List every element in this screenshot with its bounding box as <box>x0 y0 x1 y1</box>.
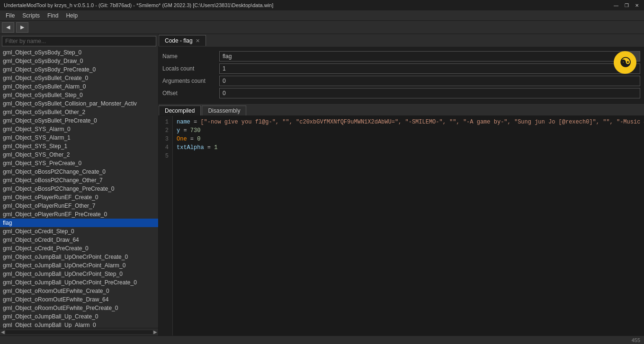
list-item[interactable]: gml_Object_oSysBody_PreCreate_0 <box>0 65 158 74</box>
scroll-right-btn[interactable]: ▶ <box>153 329 157 335</box>
prop-args-input[interactable] <box>219 76 640 86</box>
toolbar: ◀ ▶ <box>0 21 644 34</box>
line-number: 1 <box>162 118 169 126</box>
list-item[interactable]: gml_Object_oBossPt2Change_PreCreate_0 <box>0 185 158 193</box>
line-number: 5 <box>162 152 169 160</box>
list-item[interactable]: gml_Object_oSysBullet_Create_0 <box>0 74 158 82</box>
prop-offset-label: Offset <box>162 90 219 97</box>
right-panel: Code - flag ✕ Name ... Locals count Argu… <box>159 34 644 335</box>
menu-find[interactable]: Find <box>44 11 62 20</box>
close-button[interactable]: ✕ <box>634 2 640 9</box>
prop-name-input[interactable] <box>219 51 627 62</box>
filter-input[interactable] <box>2 36 156 46</box>
code-text: name = ["-now give you fl@g-", "", "c20x… <box>173 116 644 335</box>
code-token: 0 <box>197 136 200 142</box>
menu-bar: File Scripts Find Help <box>0 10 644 21</box>
prop-offset-row: Offset <box>162 88 640 98</box>
prop-args-label: Arguments count <box>162 78 219 84</box>
main-layout: gml_Object_oSysBody_Step_0gml_Object_oSy… <box>0 34 644 335</box>
logo-symbol: ☯ <box>619 55 631 71</box>
prop-name-label: Name <box>162 53 219 60</box>
tab-code-flag[interactable]: Code - flag ✕ <box>159 35 206 46</box>
code-line: y = 730 <box>177 126 644 135</box>
code-line: One = 0 <box>177 135 644 143</box>
status-bar: 455 <box>0 335 644 344</box>
list-item[interactable]: gml_Object_oSysBullet_Collision_par_Mons… <box>0 99 158 108</box>
list-item[interactable]: gml_Object_oBossPt2Change_Other_7 <box>0 176 158 185</box>
list-item[interactable]: gml_Object_oJumpBall_Up_Create_0 <box>0 312 158 321</box>
code-token: 1 <box>214 144 217 151</box>
prop-name-value-container: ... <box>219 51 640 62</box>
line-number: 4 <box>162 143 169 152</box>
list-item[interactable]: gml_Object_oJumpBall_UpOneCrPoint_PreCre… <box>0 278 158 287</box>
code-tab-disassembly[interactable]: Disassembly <box>202 106 246 115</box>
list-item[interactable]: gml_Object_SYS_PreCreate_0 <box>0 159 158 168</box>
list-item[interactable]: gml_Object_oJumpBall_Up_Alarm_0 <box>0 321 158 328</box>
tab-bar: Code - flag ✕ <box>159 34 644 47</box>
tab-close-btn[interactable]: ✕ <box>196 38 200 44</box>
list-item[interactable]: gml_Object_SYS_Other_2 <box>0 150 158 159</box>
menu-help[interactable]: Help <box>62 11 81 20</box>
list-item[interactable]: gml_Object_oSysBody_Step_0 <box>0 48 158 57</box>
title-bar-controls: — ❐ ✕ <box>613 2 640 9</box>
scroll-left-btn[interactable]: ◀ <box>1 329 5 335</box>
list-item[interactable]: gml_Object_oSysBullet_Other_2 <box>0 108 158 116</box>
list-item[interactable]: gml_Object_oSysBullet_PreCreate_0 <box>0 116 158 125</box>
left-panel: gml_Object_oSysBody_Step_0gml_Object_oSy… <box>0 34 159 335</box>
list-item[interactable]: gml_Object_oPlayerRunEF_Create_0 <box>0 193 158 202</box>
prop-locals-row: Locals count <box>162 63 640 74</box>
code-tab-decompiled[interactable]: Decompiled <box>159 106 201 115</box>
list-item[interactable]: gml_Object_oCredit_Draw_64 <box>0 236 158 244</box>
menu-scripts[interactable]: Scripts <box>18 11 44 20</box>
list-item[interactable]: gml_Object_oJumpBall_UpOneCrPoint_Create… <box>0 253 158 261</box>
title-bar-text: UndertaleModTool by krzys_h v:0.5.1.0 - … <box>4 2 273 8</box>
undertale-logo: ☯ <box>614 51 636 74</box>
menu-file[interactable]: File <box>2 11 18 20</box>
list-item[interactable]: gml_Object_oRoomOutEFwhite_Draw_64 <box>0 295 158 304</box>
prop-offset-input[interactable] <box>219 88 640 98</box>
title-bar: UndertaleModTool by krzys_h v:0.5.1.0 - … <box>0 0 644 10</box>
list-item[interactable]: gml_Object_oJumpBall_UpOneCrPoint_Step_0 <box>0 270 158 278</box>
list-item[interactable]: gml_Object_SYS_Alarm_0 <box>0 125 158 133</box>
list-item[interactable]: gml_Object_oBossPt2Change_Create_0 <box>0 168 158 176</box>
list-item[interactable]: gml_Object_SYS_Step_1 <box>0 142 158 150</box>
line-number: 2 <box>162 126 169 135</box>
code-tabs: Decompiled Disassembly <box>159 105 644 116</box>
status-count: 455 <box>632 337 640 343</box>
code-line: txtAlpha = 1 <box>177 143 644 152</box>
list-item[interactable]: gml_Object_oCredit_PreCreate_0 <box>0 244 158 253</box>
forward-button[interactable]: ▶ <box>16 22 28 33</box>
code-line: name = ["-now give you fl@g-", "", "c20x… <box>177 118 644 126</box>
line-numbers: 12345 <box>159 116 173 335</box>
minimize-button[interactable]: — <box>613 2 619 9</box>
list-item[interactable]: gml_Object_oRoomOutEFwhite_PreCreate_0 <box>0 304 158 312</box>
code-token: 730 <box>190 127 201 134</box>
list-item[interactable]: gml_Object_oSysBullet_Step_0 <box>0 91 158 99</box>
list-item[interactable]: gml_Object_oSysBody_Draw_0 <box>0 57 158 65</box>
list-item[interactable]: gml_Object_SYS_Alarm_1 <box>0 133 158 142</box>
code-token: name <box>177 119 190 125</box>
line-number: 3 <box>162 135 169 143</box>
code-token: txtAlpha <box>177 144 204 151</box>
prop-locals-input[interactable] <box>219 63 640 74</box>
list-item[interactable]: gml_Object_oJumpBall_UpOneCrPoint_Alarm_… <box>0 261 158 270</box>
code-area[interactable]: 12345 name = ["-now give you fl@g-", "",… <box>159 116 644 335</box>
list-item[interactable]: flag <box>0 219 158 227</box>
prop-name-row: Name ... <box>162 51 640 62</box>
code-token: One <box>177 136 187 142</box>
maximize-button[interactable]: ❐ <box>623 2 630 9</box>
prop-locals-label: Locals count <box>162 65 219 72</box>
list-item[interactable]: gml_Object_oCredit_Step_0 <box>0 227 158 236</box>
properties-panel: Name ... Locals count Arguments count Of… <box>159 47 644 105</box>
back-button[interactable]: ◀ <box>2 22 14 33</box>
prop-args-row: Arguments count <box>162 76 640 86</box>
list-item[interactable]: gml_Object_oPlayerRunEF_PreCreate_0 <box>0 210 158 219</box>
left-list[interactable]: gml_Object_oSysBody_Step_0gml_Object_oSy… <box>0 48 158 328</box>
list-item[interactable]: gml_Object_oPlayerRunEF_Other_7 <box>0 202 158 210</box>
h-scrollbar-track[interactable] <box>6 330 152 334</box>
list-item[interactable]: gml_Object_oSysBullet_Alarm_0 <box>0 82 158 91</box>
horizontal-scroll-bar: ◀ ▶ <box>0 328 158 335</box>
list-item[interactable]: gml_Object_oRoomOutEFwhite_Create_0 <box>0 287 158 295</box>
tab-label: Code - flag <box>165 37 193 44</box>
code-content: 12345 name = ["-now give you fl@g-", "",… <box>159 116 644 335</box>
